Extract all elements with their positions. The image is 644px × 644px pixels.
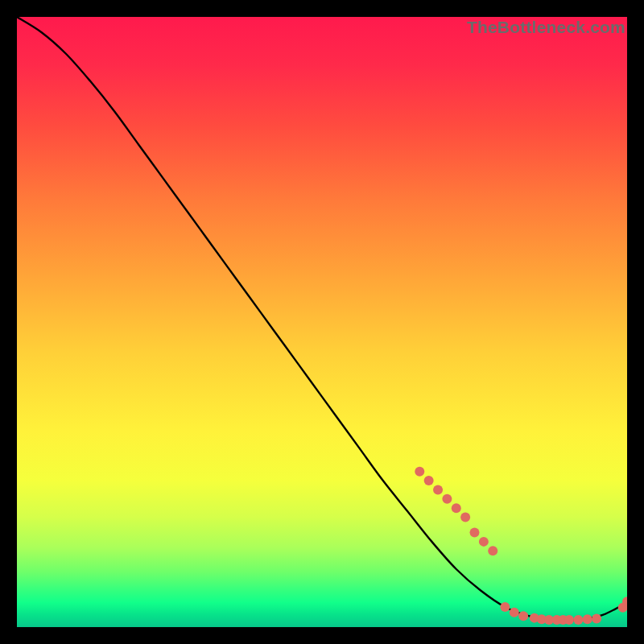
- marker-dot: [510, 608, 519, 617]
- marker-dot: [415, 467, 424, 477]
- marker-dot: [442, 494, 452, 504]
- marker-dot: [488, 546, 497, 555]
- marker-dot: [518, 611, 528, 621]
- marker-dot: [500, 602, 510, 612]
- curve-path: [17, 17, 627, 621]
- marker-dot: [460, 513, 470, 522]
- marker-dot: [452, 503, 461, 513]
- curve-path-group: [17, 17, 627, 621]
- chart-plot: [17, 17, 627, 627]
- marker-dot: [583, 614, 592, 624]
- chart-area: TheBottleneck.com: [17, 17, 627, 627]
- marker-dot: [592, 613, 601, 623]
- watermark-text: TheBottleneck.com: [467, 17, 625, 37]
- marker-dot: [564, 615, 574, 625]
- marker-dots: [415, 467, 627, 625]
- marker-dot: [470, 528, 480, 538]
- marker-dot: [479, 537, 489, 547]
- marker-dot: [433, 485, 443, 494]
- chart-stage: TheBottleneck.com: [0, 0, 644, 644]
- marker-dot: [573, 615, 583, 625]
- marker-dot: [424, 476, 434, 485]
